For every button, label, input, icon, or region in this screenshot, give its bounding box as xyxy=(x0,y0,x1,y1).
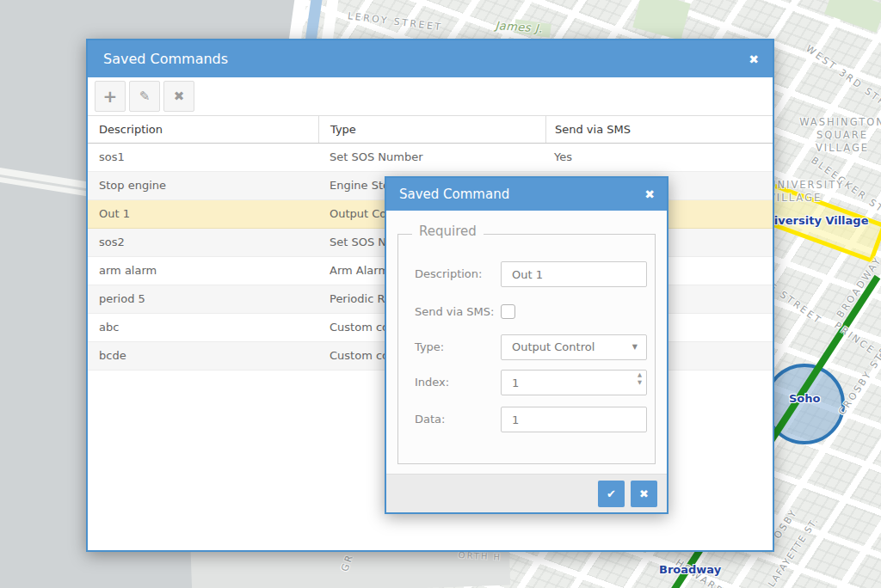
index-input[interactable] xyxy=(501,370,647,395)
dialog-footer: ✔ ✖ xyxy=(386,474,667,512)
column-header-type[interactable]: Type xyxy=(318,116,545,143)
description-input-wrap xyxy=(501,261,647,287)
dialog-title: Saved Commands xyxy=(103,51,228,67)
x-icon: ✖ xyxy=(639,487,649,500)
cancel-button[interactable]: ✖ xyxy=(631,481,657,507)
description-label: Description: xyxy=(415,261,497,287)
cell-description: period 5 xyxy=(88,285,318,313)
plus-icon: + xyxy=(103,88,118,105)
cell-sms: Yes xyxy=(545,144,773,171)
add-command-button[interactable]: + xyxy=(95,81,126,112)
delete-icon: ✖ xyxy=(174,89,185,104)
data-field-row: Data: xyxy=(386,407,667,432)
street-label-west-3rd: WEST 3RD STREET xyxy=(804,43,881,123)
data-input[interactable] xyxy=(501,407,647,432)
description-input[interactable] xyxy=(501,261,647,287)
cell-description: abc xyxy=(88,314,318,341)
confirm-button[interactable]: ✔ xyxy=(598,481,625,507)
column-header-sms[interactable]: Send via SMS xyxy=(545,116,773,143)
spin-up-icon[interactable]: ▲ xyxy=(638,372,642,378)
street-label-leroy: LEROY STREET xyxy=(347,10,443,33)
sms-label: Send via SMS: xyxy=(415,299,497,325)
geofence-label-broadway: Broadway xyxy=(659,563,721,576)
geofence-label-soho: Soho xyxy=(789,392,820,405)
description-field-row: Description: xyxy=(386,261,667,287)
park-patch xyxy=(824,0,881,33)
street-label-crosby-fragment: OSBY xyxy=(772,506,800,541)
delete-command-button[interactable]: ✖ xyxy=(163,81,194,112)
check-icon: ✔ xyxy=(607,487,616,500)
index-spinner: ▲ ▼ xyxy=(638,372,642,386)
saved-commands-titlebar: Saved Commands ✖ xyxy=(88,40,773,77)
type-field-row: Type: Output Control ▼ xyxy=(386,334,667,360)
pencil-icon: ✎ xyxy=(139,89,151,104)
park-patch xyxy=(632,0,690,40)
data-label: Data: xyxy=(415,407,497,432)
sms-field-row: Send via SMS: xyxy=(386,299,667,325)
type-value: Output Control xyxy=(512,340,595,353)
saved-command-titlebar: Saved Command ✖ xyxy=(386,178,667,211)
chevron-down-icon: ▼ xyxy=(632,335,638,359)
dialog-title: Saved Command xyxy=(399,187,509,202)
cell-description: bcde xyxy=(88,342,318,370)
area-label-washington-square-village: WASHINGTON SQUARE VILLAGE xyxy=(796,116,881,155)
index-field-row: Index: ▲ ▼ xyxy=(386,370,667,395)
table-row[interactable]: sos1 Set SOS Number Yes xyxy=(88,144,773,172)
cell-description: sos1 xyxy=(88,144,318,171)
area-label-university-village: UNIVERSITY VILLAGE xyxy=(768,179,850,205)
index-input-wrap: ▲ ▼ xyxy=(501,370,647,395)
cell-description: Stop engine xyxy=(88,172,318,199)
required-legend: Required xyxy=(412,224,484,239)
cell-description: sos2 xyxy=(88,229,318,256)
sms-checkbox[interactable] xyxy=(501,304,515,319)
data-input-wrap xyxy=(501,407,647,432)
saved-command-dialog: Saved Command ✖ Required Description: Se… xyxy=(385,176,668,514)
type-label: Type: xyxy=(415,334,497,360)
app-screen: LEROY STREET James J. WEST 3RD STREET WA… xyxy=(0,0,881,588)
index-label: Index: xyxy=(415,370,497,395)
commands-toolbar: + ✎ ✖ xyxy=(88,77,773,116)
close-icon[interactable]: ✖ xyxy=(644,187,655,201)
edit-command-button[interactable]: ✎ xyxy=(129,81,160,112)
column-header-description[interactable]: Description xyxy=(88,116,318,143)
park-label-james-j: James J. xyxy=(495,19,543,35)
cell-description: arm alarm xyxy=(88,257,318,285)
close-icon[interactable]: ✖ xyxy=(749,52,759,66)
type-dropdown[interactable]: Output Control ▼ xyxy=(501,334,647,360)
table-header: Description Type Send via SMS xyxy=(88,116,773,144)
cell-description: Out 1 xyxy=(88,200,318,228)
cell-type: Set SOS Number xyxy=(318,144,545,171)
spin-down-icon[interactable]: ▼ xyxy=(638,380,642,386)
